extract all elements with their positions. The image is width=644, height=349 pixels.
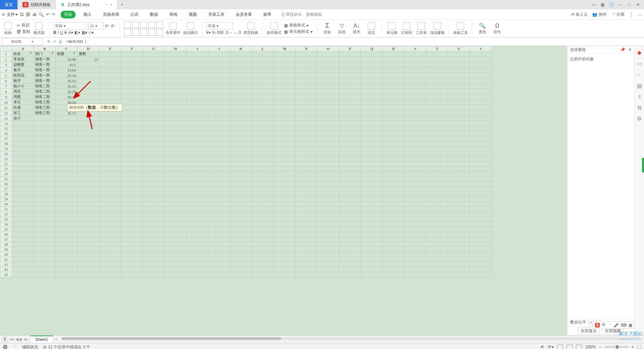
maximize-icon[interactable]: □ bbox=[627, 2, 632, 7]
cell[interactable] bbox=[99, 136, 121, 141]
hamburger-icon[interactable]: ≡ bbox=[2, 12, 5, 17]
cell[interactable] bbox=[296, 192, 317, 197]
side-settings-icon[interactable]: ⚙ bbox=[637, 115, 642, 122]
cell[interactable] bbox=[426, 94, 448, 100]
cell[interactable] bbox=[470, 202, 492, 207]
cell[interactable] bbox=[361, 217, 383, 222]
cell[interactable] bbox=[56, 177, 77, 182]
sheet-last-icon[interactable]: ⏭ bbox=[24, 337, 28, 342]
col-header[interactable]: V bbox=[470, 46, 492, 51]
cell[interactable] bbox=[77, 247, 99, 252]
cell[interactable] bbox=[383, 126, 405, 131]
cell[interactable] bbox=[252, 136, 274, 141]
cell[interactable] bbox=[426, 212, 448, 217]
cell[interactable] bbox=[56, 161, 77, 166]
cell[interactable] bbox=[77, 212, 99, 217]
cell[interactable] bbox=[296, 151, 317, 156]
cancel-formula-icon[interactable]: ✕ bbox=[47, 39, 50, 44]
cell[interactable] bbox=[317, 177, 339, 182]
cell[interactable] bbox=[470, 187, 492, 192]
cell[interactable] bbox=[339, 116, 361, 121]
cell[interactable] bbox=[208, 177, 230, 182]
cell[interactable]: 周先 bbox=[12, 89, 34, 94]
ribbon-tab-data[interactable]: 数据 bbox=[147, 11, 161, 18]
cell[interactable] bbox=[165, 100, 186, 105]
side-link-icon[interactable]: ⧉ bbox=[638, 105, 641, 111]
cell[interactable] bbox=[317, 222, 339, 227]
formula-input[interactable]: =ROUND（ bbox=[64, 39, 644, 45]
cell[interactable] bbox=[208, 171, 230, 177]
cell[interactable] bbox=[56, 227, 77, 232]
cell[interactable] bbox=[296, 126, 317, 131]
cell[interactable]: 销售一部 bbox=[34, 78, 56, 84]
cell[interactable] bbox=[77, 207, 99, 212]
cell[interactable] bbox=[186, 62, 208, 67]
cell[interactable] bbox=[317, 232, 339, 237]
cell[interactable] bbox=[296, 73, 317, 78]
cell[interactable] bbox=[230, 121, 252, 126]
cell[interactable] bbox=[186, 78, 208, 84]
cell[interactable] bbox=[165, 73, 186, 78]
col-header[interactable]: A bbox=[12, 46, 34, 51]
cell[interactable] bbox=[405, 141, 426, 146]
cell[interactable] bbox=[361, 100, 383, 105]
cell[interactable] bbox=[470, 182, 492, 187]
cell[interactable] bbox=[99, 166, 121, 171]
cell[interactable] bbox=[274, 121, 296, 126]
cell[interactable] bbox=[99, 242, 121, 247]
cell[interactable] bbox=[317, 197, 339, 202]
cell[interactable] bbox=[186, 262, 208, 267]
cell[interactable] bbox=[383, 197, 405, 202]
cell[interactable] bbox=[12, 136, 34, 141]
cell[interactable] bbox=[143, 171, 165, 177]
cell[interactable] bbox=[426, 126, 448, 131]
cell[interactable] bbox=[252, 192, 274, 197]
cell[interactable] bbox=[361, 166, 383, 171]
row-header[interactable]: 27 bbox=[0, 187, 12, 192]
cell[interactable] bbox=[121, 141, 143, 146]
cell[interactable] bbox=[165, 105, 186, 110]
cell[interactable] bbox=[121, 267, 143, 272]
cell[interactable] bbox=[405, 207, 426, 212]
type-convert-button[interactable]: 类型转换 bbox=[244, 22, 258, 35]
cell[interactable] bbox=[339, 212, 361, 217]
cell-style-button[interactable]: ▦ 单元格样式▾ bbox=[284, 29, 313, 35]
cell[interactable] bbox=[121, 121, 143, 126]
cell[interactable] bbox=[252, 182, 274, 187]
cell[interactable] bbox=[12, 272, 34, 277]
cell[interactable] bbox=[143, 237, 165, 242]
cell[interactable] bbox=[186, 141, 208, 146]
cell[interactable] bbox=[121, 126, 143, 131]
cell[interactable] bbox=[317, 116, 339, 121]
cell[interactable] bbox=[186, 105, 208, 110]
align-right-icon[interactable] bbox=[140, 29, 147, 36]
cell[interactable] bbox=[426, 78, 448, 84]
cell[interactable] bbox=[470, 217, 492, 222]
cell[interactable] bbox=[12, 212, 34, 217]
cell[interactable] bbox=[208, 156, 230, 161]
cell[interactable] bbox=[470, 67, 492, 73]
cell[interactable] bbox=[230, 141, 252, 146]
cell[interactable] bbox=[274, 252, 296, 257]
freeze-button[interactable]: 冻结窗格 bbox=[430, 22, 445, 35]
view-break-icon[interactable] bbox=[576, 345, 582, 349]
cell[interactable] bbox=[317, 146, 339, 151]
cell[interactable] bbox=[296, 177, 317, 182]
cell[interactable] bbox=[448, 62, 470, 67]
cell[interactable] bbox=[143, 156, 165, 161]
cell[interactable] bbox=[143, 67, 165, 73]
ime-mic-icon[interactable]: 🎤 bbox=[614, 323, 619, 328]
cell[interactable] bbox=[121, 110, 143, 116]
cell[interactable] bbox=[208, 116, 230, 121]
cell[interactable] bbox=[12, 187, 34, 192]
cell[interactable] bbox=[470, 78, 492, 84]
cell[interactable] bbox=[252, 73, 274, 78]
row-header[interactable]: 30 bbox=[0, 202, 12, 207]
cell[interactable] bbox=[56, 262, 77, 267]
format-painter-button[interactable]: 格式刷 bbox=[33, 22, 45, 35]
cell[interactable] bbox=[230, 247, 252, 252]
cell[interactable] bbox=[317, 105, 339, 110]
cell[interactable] bbox=[56, 202, 77, 207]
cell[interactable] bbox=[143, 192, 165, 197]
cell[interactable] bbox=[448, 51, 470, 57]
